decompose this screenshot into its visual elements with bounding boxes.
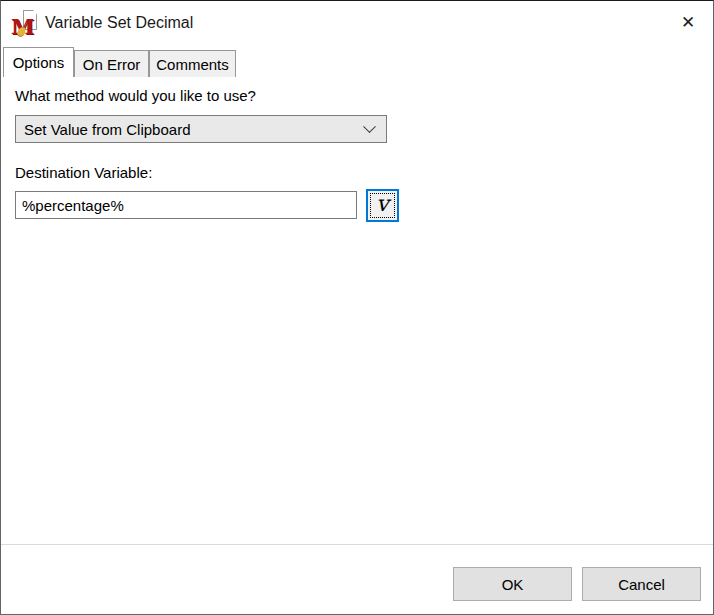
close-icon[interactable]: ✕ — [673, 7, 703, 37]
method-dropdown[interactable]: Set Value from Clipboard — [15, 115, 387, 143]
options-tab-page: What method would you like to use? Set V… — [2, 77, 712, 544]
dialog-window: M Variable Set Decimal ✕ Options On Erro… — [0, 0, 714, 615]
macro-express-icon: M — [11, 10, 37, 37]
chevron-down-icon — [363, 120, 376, 133]
ok-button[interactable]: OK — [453, 567, 572, 601]
tab-comments[interactable]: Comments — [149, 50, 236, 77]
tab-options[interactable]: Options — [3, 47, 74, 77]
title-bar: M Variable Set Decimal ✕ — [1, 1, 713, 47]
destination-variable-input[interactable] — [15, 191, 357, 219]
button-bar: OK Cancel — [1, 545, 713, 614]
method-label: What method would you like to use? — [15, 87, 256, 104]
cancel-button[interactable]: Cancel — [582, 567, 701, 601]
method-dropdown-value: Set Value from Clipboard — [24, 121, 365, 138]
window-title: Variable Set Decimal — [45, 14, 193, 32]
variable-v-icon: v — [376, 193, 388, 215]
variable-picker-button[interactable]: v — [366, 189, 399, 222]
tab-strip: Options On Error Comments — [1, 47, 713, 77]
destination-variable-label: Destination Variable: — [15, 164, 152, 181]
tab-on-error[interactable]: On Error — [74, 50, 149, 77]
